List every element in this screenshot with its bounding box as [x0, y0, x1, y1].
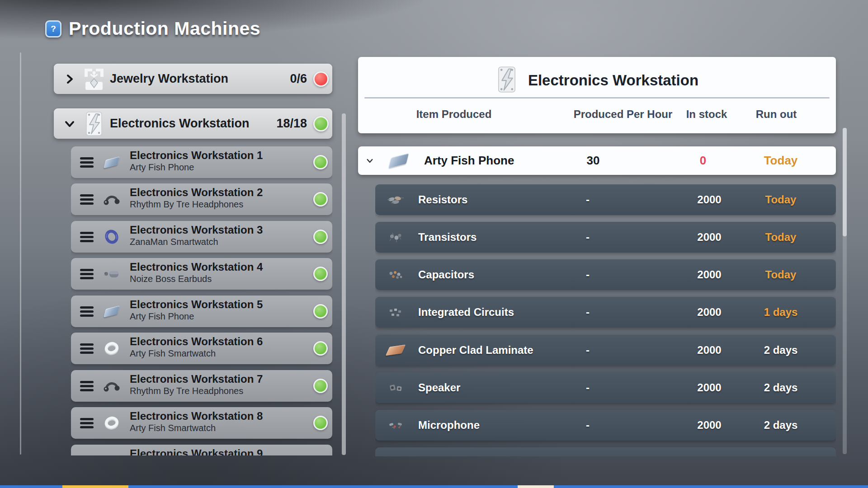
- ingredient-row[interactable]: Integrated Circuits - 2000 1 days: [375, 297, 836, 328]
- ingredient-produced-per-hour: -: [554, 184, 622, 215]
- detail-panel-title: Electronics Workstation: [528, 72, 698, 89]
- ingredient-name: Transistors: [418, 222, 476, 253]
- ingredient-in-stock: 2000: [675, 259, 743, 290]
- status-dot: [313, 155, 328, 169]
- machine-product: Arty Fish Phone: [130, 311, 313, 322]
- machine-row[interactable]: Electronics Workstation 6 Arty Fish Smar…: [71, 333, 332, 364]
- left-panel-scrollbar[interactable]: [342, 113, 346, 455]
- microphone-icon: [382, 410, 410, 441]
- phone-icon: [386, 146, 411, 175]
- ingredient-row[interactable]: Microphone - 2000 2 days: [375, 410, 836, 441]
- drag-handle-icon[interactable]: [80, 232, 97, 242]
- smartwatch-white-icon: [97, 415, 126, 431]
- ingredient-run-out: Today: [747, 222, 815, 253]
- detail-panel-title-row: Electronics Workstation: [358, 63, 836, 98]
- ingredient-in-stock: 2000: [675, 222, 743, 253]
- ingredient-name: Integrated Circuits: [418, 297, 514, 328]
- ingredient-name: Speaker: [418, 372, 460, 403]
- chevron-right-icon: [60, 73, 79, 85]
- ingredient-produced-per-hour: -: [554, 410, 622, 441]
- product-row-arty-fish-phone[interactable]: Arty Fish Phone 30 0 Today: [358, 146, 836, 175]
- earbuds-icon: [97, 267, 126, 281]
- drag-handle-icon[interactable]: [80, 157, 97, 168]
- ingredient-list: Resistors - 2000 Today Transistors - 200…: [375, 184, 836, 456]
- machine-list: Electronics Workstation 1 Arty Fish Phon…: [71, 146, 332, 455]
- ingredient-run-out: 2 days: [747, 410, 815, 441]
- machine-row-partial[interactable]: Electronics Workstation 9: [71, 445, 332, 455]
- headphones-icon: [97, 379, 126, 393]
- ingredient-row[interactable]: Transistors - 2000 Today: [375, 222, 836, 253]
- taskbar-segment-yellow: [62, 485, 128, 488]
- status-dot: [313, 453, 328, 455]
- ingredient-produced-per-hour: -: [554, 335, 622, 366]
- headphones-icon: [97, 192, 126, 206]
- status-dot: [313, 267, 328, 281]
- status-dot: [313, 416, 328, 430]
- integrated-circuits-icon: [382, 297, 410, 328]
- status-dot: [313, 116, 329, 131]
- drag-handle-icon[interactable]: [80, 381, 97, 391]
- phone-icon: [97, 159, 126, 166]
- resistors-icon: [382, 184, 410, 215]
- ingredient-row[interactable]: Resistors - 2000 Today: [375, 184, 836, 215]
- drag-handle-icon[interactable]: [80, 455, 97, 456]
- status-dot: [313, 192, 328, 206]
- drag-handle-icon[interactable]: [80, 269, 97, 279]
- machine-row[interactable]: Electronics Workstation 7 Rhythm By Tre …: [71, 370, 332, 402]
- drag-handle-icon[interactable]: [80, 418, 97, 428]
- column-header-in-stock: In stock: [673, 103, 741, 126]
- drag-handle-icon[interactable]: [80, 306, 97, 317]
- jewelry-machine-icon: [79, 66, 109, 92]
- page-title: Production Machines: [69, 18, 260, 39]
- copper-clad-laminate-icon: [382, 335, 410, 366]
- group-label: Electronics Workstation: [110, 117, 276, 131]
- machine-product: ZanaMan Smartwatch: [130, 236, 313, 247]
- ingredient-row[interactable]: Capacitors - 2000 Today: [375, 259, 836, 290]
- drag-handle-icon[interactable]: [80, 343, 97, 354]
- taskbar-segment-white: [518, 485, 554, 488]
- smartwatch-blue-icon: [97, 229, 126, 244]
- ingredient-in-stock: 2000: [675, 372, 743, 403]
- ingredient-row[interactable]: Copper Clad Laminate - 2000 2 days: [375, 335, 836, 366]
- ingredient-in-stock: 2000: [675, 335, 743, 366]
- ingredient-name: Microphone: [418, 410, 480, 441]
- machine-row[interactable]: Electronics Workstation 1 Arty Fish Phon…: [71, 146, 332, 178]
- group-row-jewelry-workstation[interactable]: Jewelry Workstation 0/6: [54, 64, 332, 94]
- ingredient-name: Copper Clad Laminate: [418, 335, 533, 366]
- help-button[interactable]: ?: [45, 20, 61, 38]
- status-dot: [313, 71, 329, 87]
- machine-title: Electronics Workstation 8: [130, 409, 313, 422]
- chevron-down-icon: [365, 146, 374, 175]
- ingredient-row-partial[interactable]: [375, 447, 836, 456]
- machine-title: Electronics Workstation 4: [130, 260, 313, 273]
- electronics-machine-icon: [79, 111, 109, 137]
- machine-row[interactable]: Electronics Workstation 4 Noize Boss Ear…: [71, 258, 332, 290]
- detail-panel-header: Electronics Workstation Item Produced Pr…: [358, 57, 836, 133]
- machine-title: Electronics Workstation 7: [130, 372, 313, 385]
- machine-row[interactable]: Electronics Workstation 5 Arty Fish Phon…: [71, 296, 332, 327]
- ingredient-run-out: Today: [747, 184, 815, 215]
- ingredient-in-stock: 2000: [675, 184, 743, 215]
- smartwatch-white-icon: [97, 341, 126, 356]
- ingredient-produced-per-hour: -: [554, 222, 622, 253]
- machine-row[interactable]: Electronics Workstation 3 ZanaMan Smartw…: [71, 221, 332, 253]
- machine-row[interactable]: Electronics Workstation 8 Arty Fish Smar…: [71, 407, 332, 439]
- left-rail-line: [20, 52, 21, 455]
- group-row-electronics-workstation[interactable]: Electronics Workstation 18/18: [54, 108, 332, 139]
- right-panel-scrollbar-thumb[interactable]: [843, 128, 847, 236]
- ingredient-run-out: 1 days: [747, 297, 815, 328]
- group-count: 0/6: [290, 72, 307, 86]
- column-header-produced-per-hour: Produced Per Hour: [555, 103, 691, 126]
- machine-title: Electronics Workstation 3: [130, 223, 313, 236]
- speaker-icon: [382, 372, 410, 403]
- ingredient-row[interactable]: Speaker - 2000 2 days: [375, 372, 836, 403]
- ingredient-produced-per-hour: -: [554, 259, 622, 290]
- machine-row[interactable]: Electronics Workstation 2 Rhythm By Tre …: [71, 183, 332, 215]
- ingredient-produced-per-hour: -: [554, 297, 622, 328]
- product-produced-per-hour: 30: [559, 146, 627, 175]
- machine-product: Rhythm By Tre Headphones: [130, 385, 313, 396]
- ingredient-run-out: 2 days: [747, 372, 815, 403]
- page-header: ? Production Machines: [45, 18, 260, 39]
- drag-handle-icon[interactable]: [80, 194, 97, 205]
- background: ? Production Machines Jewelry Workstatio…: [0, 0, 868, 488]
